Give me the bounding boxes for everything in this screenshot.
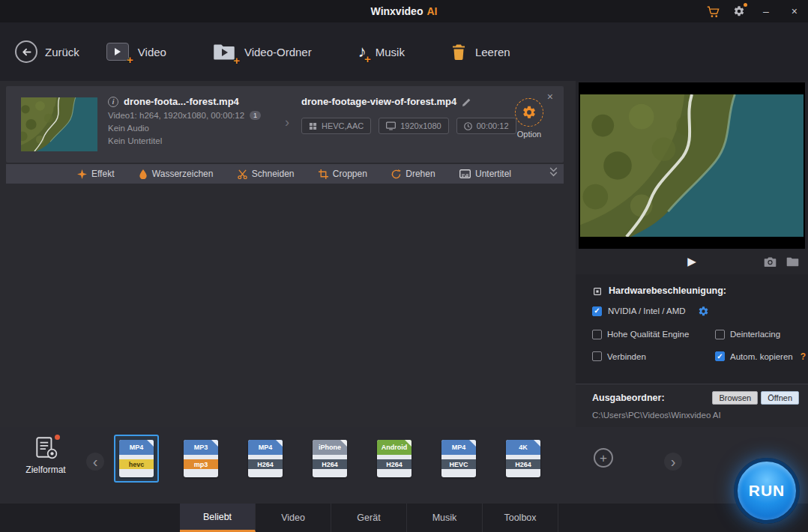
plus-icon: + [364, 53, 371, 64]
output-folder-label: Ausgabeordner: [592, 393, 709, 403]
cart-icon[interactable] [707, 4, 720, 17]
video-folder-icon: + [213, 43, 235, 61]
expand-chevrons-icon[interactable] [549, 166, 558, 177]
merge-option[interactable]: ✓ Verbinden [592, 351, 715, 362]
hardware-section: Hardwarebeschleunigung: ✓ NVIDIA / Intel… [576, 274, 808, 384]
checkbox[interactable]: ✓ [715, 351, 725, 361]
trash-icon [451, 43, 466, 61]
play-button[interactable]: ▶ [683, 254, 701, 268]
format-mp4-hevc[interactable]: MP4hevc [114, 435, 159, 483]
back-button[interactable]: Zurück [15, 40, 79, 63]
close-button[interactable]: × [787, 4, 802, 18]
codec-chip[interactable]: HEVC,AAC [301, 118, 371, 134]
checkbox[interactable]: ✓ [715, 330, 725, 339]
info-icon[interactable]: i [108, 97, 118, 107]
target-format-icon [33, 436, 58, 460]
audio-track-info: Kein Audio [108, 124, 149, 133]
snapshot-camera-icon[interactable] [764, 256, 777, 267]
main-toolbar: Zurück + Video + Video-Ordner ♪ + Musik [0, 22, 808, 81]
add-video-icon: + [106, 43, 129, 61]
rotate-button[interactable]: Drehen [391, 169, 435, 179]
add-video-button[interactable]: + Video [106, 43, 166, 61]
add-music-button[interactable]: ♪ + Musik [358, 43, 405, 60]
format-iphone[interactable]: iPhoneH264 [307, 435, 352, 483]
run-button[interactable]: RUN [734, 458, 800, 524]
trim-button[interactable]: Schneiden [238, 169, 295, 179]
option-label: Option [517, 130, 541, 139]
checkbox[interactable]: ✓ [592, 351, 602, 361]
effect-button[interactable]: Effekt [77, 169, 114, 179]
app-title-text: Winxvideo [371, 5, 423, 17]
target-format-label: Zielformat [25, 465, 65, 475]
tab-beliebt[interactable]: Beliebt [180, 504, 256, 532]
gpu-settings-gear-icon[interactable] [698, 306, 709, 317]
preview-controls: ▶ [576, 249, 808, 274]
format-android[interactable]: AndroidH264 [372, 435, 417, 483]
section-chevron-icon: › [285, 115, 289, 130]
output-info: drone-footage-view-of-forest.mp4 HEVC,AA… [301, 96, 534, 134]
format-mp4-h264[interactable]: MP4H264 [243, 435, 288, 483]
gpu-label: NVIDIA / Intel / AMD [608, 306, 686, 315]
file-list-area: × i drone-foota...-forest.mp4 Video1: h2… [0, 81, 576, 427]
open-folder-icon[interactable] [786, 256, 799, 267]
preview-frame [580, 94, 804, 237]
settings-gear-icon[interactable] [733, 5, 745, 17]
add-format-button[interactable]: + [594, 448, 613, 468]
option-gear-icon [515, 98, 543, 127]
open-button[interactable]: Öffnen [761, 391, 799, 405]
video-file-card[interactable]: × i drone-foota...-forest.mp4 Video1: h2… [6, 86, 564, 163]
back-label: Zurück [45, 46, 79, 58]
rename-pencil-icon[interactable] [462, 96, 471, 107]
high-quality-engine-option[interactable]: ✓ Hohe Qualität Engine [592, 330, 715, 339]
deinterlacing-option[interactable]: ✓ Deinterlacing [715, 330, 808, 339]
tab-video[interactable]: Video [256, 504, 331, 532]
tab-toolbox[interactable]: Toolbox [483, 504, 558, 532]
crop-button[interactable]: Croppen [319, 169, 367, 179]
format-list: MP4hevc MP3mp3 MP4H264 iPhoneH264 Androi… [114, 435, 613, 483]
plus-icon: + [127, 54, 133, 65]
output-file-name: drone-footage-view-of-forest.mp4 [301, 96, 456, 107]
edit-toolbar: Effekt Wasserzeichen Schneiden Croppen D… [6, 164, 564, 184]
clear-list-button[interactable]: Leeren [451, 43, 510, 61]
app-title: Winxvideo AI [0, 0, 808, 22]
source-info: i drone-foota...-forest.mp4 Video1: h264… [108, 96, 261, 145]
format-mp4-hevc-2[interactable]: MP4HEVC [436, 435, 481, 483]
notification-dot [744, 3, 747, 7]
clear-list-label: Leeren [475, 46, 510, 58]
format-mp3[interactable]: MP3mp3 [178, 435, 223, 483]
subtitle-button[interactable]: Untertitel [459, 169, 511, 179]
gpu-checkbox[interactable]: ✓ [592, 306, 602, 316]
back-arrow-icon [15, 40, 37, 63]
resolution-chip[interactable]: 1920x1080 [379, 118, 448, 134]
format-4k[interactable]: 4KH264 [501, 435, 546, 483]
track-count-badge: 1 [250, 111, 261, 120]
winxvideo-window: Winxvideo AI – × Zurück + Video + [0, 0, 808, 532]
minimize-button[interactable]: – [759, 4, 774, 18]
titlebar: Winxvideo AI – × [0, 0, 808, 22]
hardware-chip-icon [592, 285, 603, 297]
source-file-name: drone-foota...-forest.mp4 [124, 96, 239, 107]
plus-icon: + [233, 55, 240, 66]
target-format-button[interactable]: Zielformat [19, 436, 72, 475]
help-icon[interactable]: ? [801, 351, 806, 362]
music-note-icon: ♪ + [358, 43, 367, 60]
browse-button[interactable]: Browsen [712, 391, 758, 405]
tab-musik[interactable]: Musik [407, 504, 483, 532]
add-music-label: Musik [376, 46, 405, 58]
scroll-left-icon[interactable]: ‹ [86, 453, 104, 471]
watermark-button[interactable]: Wasserzeichen [139, 169, 214, 179]
tab-geraet[interactable]: Gerät [331, 504, 407, 532]
category-tabbar: Beliebt Video Gerät Musik Toolbox [0, 504, 808, 532]
hardware-title: Hardwarebeschleunigung: [609, 285, 726, 296]
auto-copy-option[interactable]: ✓ Autom. kopieren ? [715, 351, 808, 362]
add-video-folder-button[interactable]: + Video-Ordner [213, 43, 312, 61]
scroll-right-icon[interactable]: › [664, 453, 682, 471]
output-folder-section: Ausgabeordner: Browsen Öffnen C:\Users\P… [576, 384, 808, 427]
output-path: C:\Users\PC\Videos\Winxvideo AI [592, 411, 799, 420]
checkbox[interactable]: ✓ [592, 330, 602, 339]
subtitle-track-info: Kein Untertitel [108, 136, 162, 145]
add-video-folder-label: Video-Ordner [244, 46, 312, 58]
notification-dot [55, 435, 60, 440]
video-thumbnail [21, 97, 97, 151]
option-button[interactable]: Option [505, 98, 553, 139]
